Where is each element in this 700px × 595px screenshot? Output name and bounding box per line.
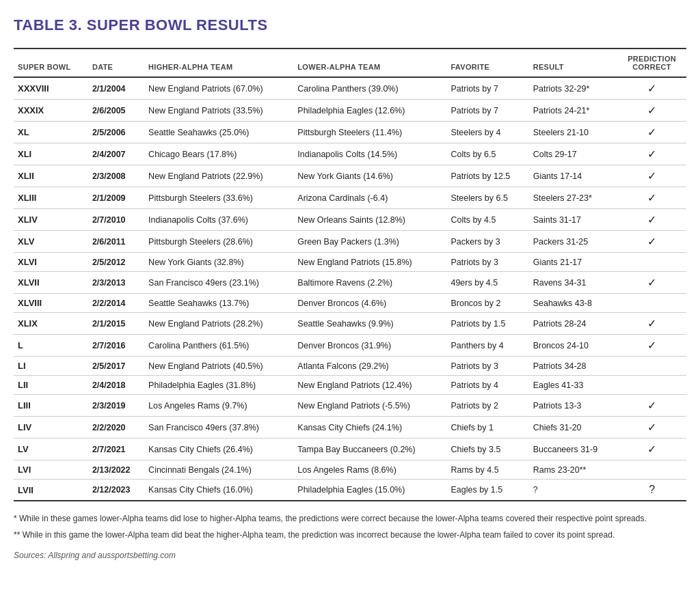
cell-18-6 xyxy=(617,460,686,480)
cell-7-6: ✓ xyxy=(617,231,686,253)
cell-5-0: XLIII xyxy=(14,187,88,209)
cell-13-1: 2/5/2017 xyxy=(88,357,144,376)
col-lower-alpha: LOWER-ALPHA TEAM xyxy=(293,49,446,77)
cell-3-4: Colts by 6.5 xyxy=(446,143,528,165)
cell-4-2: New England Patriots (22.9%) xyxy=(144,165,293,187)
cell-2-1: 2/5/2006 xyxy=(88,122,144,143)
cell-16-6: ✓ xyxy=(617,417,686,439)
table-row: XLIX2/1/2015New England Patriots (28.2%)… xyxy=(14,313,686,335)
cell-18-2: Cincinnati Bengals (24.1%) xyxy=(144,460,293,480)
cell-19-3: Philadelphia Eagles (15.0%) xyxy=(293,480,446,501)
cell-14-0: LII xyxy=(14,376,88,395)
cell-13-5: Patriots 34-28 xyxy=(529,357,618,376)
table-row: XL2/5/2006Seattle Seahawks (25.0%)Pittsb… xyxy=(14,122,686,143)
col-result: RESULT xyxy=(529,49,618,77)
cell-5-6: ✓ xyxy=(617,187,686,209)
cell-4-6: ✓ xyxy=(617,165,686,187)
col-super-bowl: SUPER BOWL xyxy=(14,49,88,77)
cell-17-1: 2/7/2021 xyxy=(88,439,144,460)
cell-2-2: Seattle Seahawks (25.0%) xyxy=(144,122,293,143)
table-row: XLVI2/5/2012New York Giants (32.8%)New E… xyxy=(14,253,686,272)
cell-15-6: ✓ xyxy=(617,395,686,417)
cell-14-3: New England Patriots (12.4%) xyxy=(293,376,446,395)
table-row: XLIII2/1/2009Pittsburgh Steelers (33.6%)… xyxy=(14,187,686,209)
table-row: LVI2/13/2022Cincinnati Bengals (24.1%)Lo… xyxy=(14,460,686,480)
cell-5-4: Steelers by 6.5 xyxy=(446,187,528,209)
cell-3-0: XLI xyxy=(14,143,88,165)
sources: Sources: Allspring and aussportsbetting.… xyxy=(14,551,686,560)
cell-6-5: Saints 31-17 xyxy=(529,209,618,231)
cell-17-5: Buccaneers 31-9 xyxy=(529,439,618,460)
table-row: XLV2/6/2011Pittsburgh Steelers (28.6%)Gr… xyxy=(14,231,686,253)
cell-16-5: Chiefs 31-20 xyxy=(529,417,618,439)
footnote-star: * While in these games lower-Alpha teams… xyxy=(14,512,686,525)
cell-5-5: Steelers 27-23* xyxy=(529,187,618,209)
cell-17-6: ✓ xyxy=(617,439,686,460)
cell-15-4: Patriots by 2 xyxy=(446,395,528,417)
cell-9-4: 49ers by 4.5 xyxy=(446,272,528,294)
cell-19-6: ? xyxy=(617,480,686,501)
cell-1-0: XXXIX xyxy=(14,100,88,122)
cell-17-3: Tampa Bay Buccaneers (0.2%) xyxy=(293,439,446,460)
table-row: LI2/5/2017New England Patriots (40.5%)At… xyxy=(14,357,686,376)
cell-12-3: Denver Broncos (31.9%) xyxy=(293,335,446,357)
cell-18-5: Rams 23-20** xyxy=(529,460,618,480)
cell-13-4: Patriots by 3 xyxy=(446,357,528,376)
col-date: DATE xyxy=(88,49,144,77)
cell-10-2: Seattle Seahawks (13.7%) xyxy=(144,294,293,313)
cell-6-2: Indianapolis Colts (37.6%) xyxy=(144,209,293,231)
cell-9-2: San Francisco 49ers (23.1%) xyxy=(144,272,293,294)
cell-11-2: New England Patriots (28.2%) xyxy=(144,313,293,335)
cell-4-1: 2/3/2008 xyxy=(88,165,144,187)
cell-14-5: Eagles 41-33 xyxy=(529,376,618,395)
cell-11-4: Patriots by 1.5 xyxy=(446,313,528,335)
cell-9-3: Baltimore Ravens (2.2%) xyxy=(293,272,446,294)
cell-1-4: Patriots by 7 xyxy=(446,100,528,122)
cell-15-5: Patriots 13-3 xyxy=(529,395,618,417)
table-row: XLVII2/3/2013San Francisco 49ers (23.1%)… xyxy=(14,272,686,294)
table-row: LV2/7/2021Kansas City Chiefs (26.4%)Tamp… xyxy=(14,439,686,460)
table-row: XLI2/4/2007Chicago Bears (17.8%)Indianap… xyxy=(14,143,686,165)
cell-10-4: Broncos by 2 xyxy=(446,294,528,313)
cell-12-4: Panthers by 4 xyxy=(446,335,528,357)
cell-16-2: San Francisco 49ers (37.8%) xyxy=(144,417,293,439)
cell-0-0: XXXVIII xyxy=(14,77,88,100)
table-row: LIII2/3/2019Los Angeles Rams (9.7%)New E… xyxy=(14,395,686,417)
cell-10-5: Seahawks 43-8 xyxy=(529,294,618,313)
cell-6-3: New Orleans Saints (12.8%) xyxy=(293,209,446,231)
table-header-row: SUPER BOWL DATE HIGHER-ALPHA TEAM LOWER-… xyxy=(14,49,686,77)
table-row: LVII2/12/2023Kansas City Chiefs (16.0%)P… xyxy=(14,480,686,501)
cell-16-3: Kansas City Chiefs (24.1%) xyxy=(293,417,446,439)
cell-3-5: Colts 29-17 xyxy=(529,143,618,165)
cell-19-5: ? xyxy=(529,480,618,501)
cell-2-4: Steelers by 4 xyxy=(446,122,528,143)
page-title: TABLE 3. SUPER BOWL RESULTS xyxy=(14,16,686,34)
cell-19-1: 2/12/2023 xyxy=(88,480,144,501)
table-row: L2/7/2016Carolina Panthers (61.5%)Denver… xyxy=(14,335,686,357)
cell-1-5: Patriots 24-21* xyxy=(529,100,618,122)
cell-10-1: 2/2/2014 xyxy=(88,294,144,313)
cell-3-1: 2/4/2007 xyxy=(88,143,144,165)
cell-0-4: Patriots by 7 xyxy=(446,77,528,100)
col-prediction: PREDICTIONCORRECT xyxy=(617,49,686,77)
cell-7-2: Pittsburgh Steelers (28.6%) xyxy=(144,231,293,253)
cell-4-3: New York Giants (14.6%) xyxy=(293,165,446,187)
cell-14-2: Philadelphia Eagles (31.8%) xyxy=(144,376,293,395)
cell-14-1: 2/4/2018 xyxy=(88,376,144,395)
cell-9-0: XLVII xyxy=(14,272,88,294)
cell-8-1: 2/5/2012 xyxy=(88,253,144,272)
cell-13-0: LI xyxy=(14,357,88,376)
cell-12-2: Carolina Panthers (61.5%) xyxy=(144,335,293,357)
cell-15-1: 2/3/2019 xyxy=(88,395,144,417)
cell-18-4: Rams by 4.5 xyxy=(446,460,528,480)
cell-8-0: XLVI xyxy=(14,253,88,272)
cell-11-1: 2/1/2015 xyxy=(88,313,144,335)
cell-0-1: 2/1/2004 xyxy=(88,77,144,100)
cell-9-6: ✓ xyxy=(617,272,686,294)
cell-8-2: New York Giants (32.8%) xyxy=(144,253,293,272)
cell-6-1: 2/7/2010 xyxy=(88,209,144,231)
cell-3-3: Indianapolis Colts (14.5%) xyxy=(293,143,446,165)
cell-1-6: ✓ xyxy=(617,100,686,122)
table-row: LII2/4/2018Philadelphia Eagles (31.8%)Ne… xyxy=(14,376,686,395)
cell-11-5: Patriots 28-24 xyxy=(529,313,618,335)
